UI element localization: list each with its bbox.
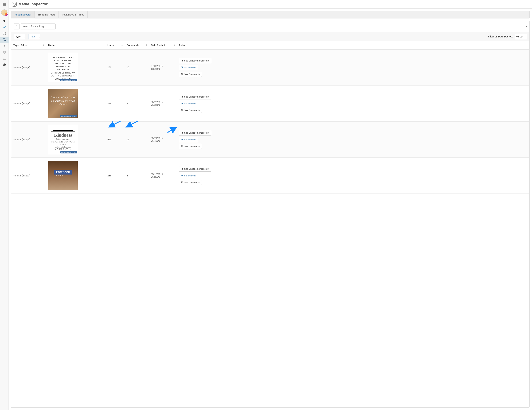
chart-icon: [181, 167, 183, 170]
see-engagement-button[interactable]: See Engagement History: [179, 166, 211, 172]
see-comments-button[interactable]: See Comments: [179, 144, 202, 149]
cell-date: 05/23/20177:03 pm: [149, 86, 177, 122]
table-row: Normal (image)FACEBOOKSURVIVAL KIT239405…: [11, 158, 529, 194]
svg-rect-22: [182, 132, 183, 133]
posts-table: Type / Filter Media Likes Comments Date …: [11, 41, 529, 194]
date-filter-input[interactable]: [515, 34, 527, 39]
col-header-likes[interactable]: Likes: [105, 41, 124, 49]
inspect-icon[interactable]: [0, 37, 9, 43]
main-content: Media Inspector Post Inspector Trending …: [9, 0, 532, 410]
media-thumbnail[interactable]: Kindnessis the languageWHICH THE DEAF CA…: [48, 125, 78, 154]
svg-point-2: [5, 32, 5, 33]
cell-action: See Engagement HistorySchedule it!See Co…: [177, 49, 529, 86]
col-header-type[interactable]: Type / Filter: [11, 41, 46, 49]
svg-line-18: [113, 121, 121, 125]
cell-date: 05/18/20177:28 am: [149, 158, 177, 194]
search-button[interactable]: [14, 23, 20, 29]
col-header-media: Media: [46, 41, 105, 49]
media-thumbnail[interactable]: "IT'S FRIDAY…ANY PLAN OF BEING A PRODUCT…: [48, 53, 78, 82]
see-comments-button[interactable]: See Comments: [179, 108, 202, 113]
toolbar: S: [11, 21, 529, 32]
toolbar-right-truncated: S: [525, 25, 527, 28]
page-title: Media Inspector: [19, 2, 48, 6]
svg-rect-14: [182, 60, 183, 61]
see-engagement-button[interactable]: See Engagement History: [179, 94, 211, 99]
schedule-icon: [181, 102, 183, 105]
col-header-action: Action: [177, 41, 529, 49]
cell-likes: 280: [105, 49, 124, 86]
megaphone-icon[interactable]: [0, 18, 9, 24]
date-filter-label: Filter by Date Posted:: [488, 35, 513, 38]
cell-media: FACEBOOKSURVIVAL KIT: [46, 158, 105, 194]
col-header-date[interactable]: Date Posted: [149, 41, 177, 49]
search-icon: [16, 25, 18, 28]
see-engagement-button[interactable]: See Engagement History: [179, 58, 211, 63]
cell-media: Love's not what you have but what you gi…: [46, 86, 105, 122]
flame-icon[interactable]: [0, 43, 9, 49]
see-comments-button[interactable]: See Comments: [179, 72, 202, 77]
comments-icon: [181, 73, 183, 75]
see-engagement-button[interactable]: See Engagement History: [179, 130, 211, 136]
svg-rect-15: [181, 97, 181, 98]
globe-icon[interactable]: [0, 62, 9, 68]
avatar[interactable]: [1, 10, 8, 16]
schedule-button[interactable]: Schedule it!: [179, 173, 198, 178]
cell-likes: 239: [105, 158, 124, 194]
svg-point-1: [4, 33, 5, 34]
see-comments-button[interactable]: See Comments: [179, 180, 202, 185]
tab-peak-days[interactable]: Peak Days & Times: [59, 11, 87, 18]
table-row: Normal (image)Love's not what you have b…: [11, 86, 529, 122]
instagram-icon[interactable]: [0, 30, 9, 37]
cell-action: See Engagement HistorySchedule it!See Co…: [177, 86, 529, 122]
col-header-comments[interactable]: Comments: [124, 41, 149, 49]
comments-icon: [181, 145, 183, 147]
svg-rect-17: [182, 96, 183, 97]
schedule-button[interactable]: Schedule it!: [179, 101, 198, 106]
chart-icon: [181, 59, 183, 62]
cell-type: Normal (image): [11, 158, 46, 194]
cell-type: Normal (image): [11, 122, 46, 158]
cell-comments: 8: [124, 86, 149, 122]
cell-comments: 16: [124, 49, 149, 86]
svg-point-9: [3, 64, 6, 66]
hamburger-icon[interactable]: [1, 1, 8, 8]
comments-icon: [181, 109, 183, 111]
cell-likes: 436: [105, 86, 124, 122]
cell-media: "IT'S FRIDAY…ANY PLAN OF BEING A PRODUCT…: [46, 49, 105, 86]
svg-rect-12: [181, 61, 181, 61]
svg-line-19: [130, 121, 138, 125]
cell-type: Normal (image): [11, 86, 46, 122]
cell-date: 05/21/20177:34 am: [149, 122, 177, 158]
svg-rect-25: [182, 168, 182, 170]
media-thumbnail[interactable]: Love's not what you have but what you gi…: [48, 89, 78, 118]
svg-line-11: [17, 27, 18, 27]
trend-icon[interactable]: [0, 24, 9, 30]
type-select[interactable]: Type: [14, 34, 25, 39]
table-row: Normal (image)"IT'S FRIDAY…ANY PLAN OF B…: [11, 49, 529, 86]
svg-rect-21: [182, 132, 182, 134]
users-icon[interactable]: [0, 55, 9, 62]
tab-post-inspector[interactable]: Post Inspector: [11, 11, 35, 19]
svg-rect-16: [182, 96, 182, 98]
tab-trending-posts[interactable]: Trending Posts: [35, 11, 59, 18]
media-thumbnail[interactable]: FACEBOOKSURVIVAL KIT: [48, 161, 78, 190]
chart-icon: [181, 131, 183, 134]
filter-select[interactable]: Filter: [28, 34, 40, 39]
page-header: Media Inspector: [9, 0, 532, 9]
left-rail: [0, 0, 9, 410]
schedule-icon: [181, 174, 183, 177]
cell-likes: 525: [105, 122, 124, 158]
content-panel: S Type Filter Filter by Date Posted:: [11, 21, 530, 408]
schedule-icon: [181, 66, 183, 69]
svg-rect-3: [3, 39, 5, 41]
svg-rect-26: [182, 168, 183, 169]
history-icon[interactable]: [0, 49, 9, 55]
schedule-icon: [181, 138, 183, 141]
instagram-outline-icon: [12, 2, 17, 7]
schedule-button[interactable]: Schedule it!: [179, 137, 198, 142]
svg-rect-24: [181, 169, 181, 170]
filter-row: Type Filter Filter by Date Posted:: [11, 32, 529, 41]
search-input[interactable]: [21, 23, 56, 29]
schedule-button[interactable]: Schedule it!: [179, 65, 198, 70]
svg-point-10: [16, 26, 17, 27]
